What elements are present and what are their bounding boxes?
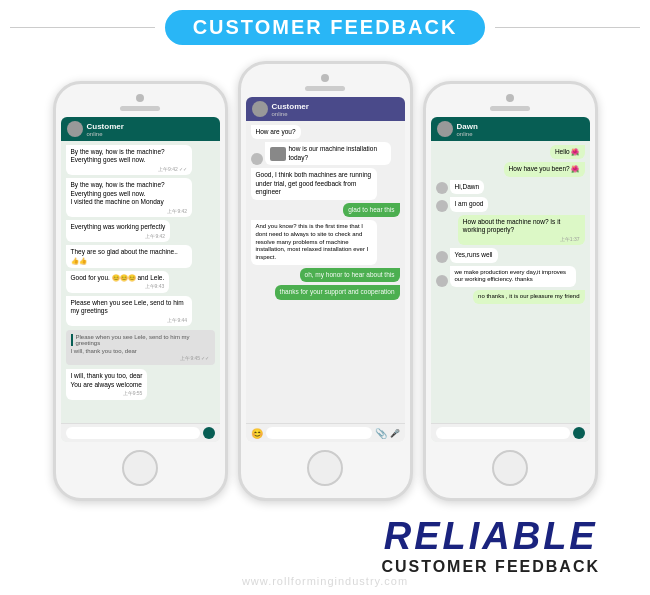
message-row: I am good [436,197,585,211]
phones-row: Customer online By the way, how is the m… [0,51,650,501]
phone-left-header: Customer online [61,117,220,141]
message-item: They are so glad about the machine.. 👍👍 [66,245,193,268]
phone-right-footer [431,423,590,442]
message-row: Hi,Dawn [436,180,585,194]
chat-status: online [457,131,478,137]
sender-avatar [251,153,263,165]
message-item: oh, my honor to hear about this [300,268,400,282]
message-item: By the way, how is the machine? Everythi… [66,178,193,217]
mic-button[interactable] [573,427,585,439]
message-item: Good for you. 😊😊😊 and Lele.上午9:43 [66,271,170,293]
phone-right-screen: Dawn online Hello 🌺 How have you been? 🌺… [431,117,590,442]
watermark: www.rollformingindustry.com [242,575,408,587]
phone-right: Dawn online Hello 🌺 How have you been? 🌺… [423,81,598,501]
sender-avatar [436,275,448,287]
message-item: no thanks , it is our pleasure my friend [473,290,584,304]
phone-left-footer [61,423,220,442]
mic-icon[interactable]: 🎤 [390,429,400,438]
phone-mid-camera [321,74,329,82]
phone-right-messages: Hello 🌺 How have you been? 🌺 Hi,Dawn I a… [431,141,590,423]
reliable-heading: RELIABLE [381,515,600,558]
message-item: Everything was working perfectly上午9:42 [66,220,171,242]
bottom-subtitle: CUSTOMER FEEDBACK [381,558,600,576]
message-item: how is our machine installation today? [265,142,392,165]
phone-left-home-button[interactable] [122,450,158,486]
phone-mid-home-button[interactable] [307,450,343,486]
msg-time: 上午9:42 [71,208,188,215]
phone-left-messages: By the way, how is the machine? Everythi… [61,141,220,423]
chat-avatar [437,121,453,137]
msg-time: 上午1:37 [463,236,580,243]
phone-left-screen: Customer online By the way, how is the m… [61,117,220,442]
msg-time: 上午9:55 [71,390,143,397]
message-item: Yes,runs well [450,248,498,262]
sender-avatar [436,251,448,263]
img-thumb [270,147,286,161]
chat-status: online [87,131,124,137]
bottom-text-block: RELIABLE CUSTOMER FEEDBACK [381,515,600,576]
quoted-message: Please when you see Lele, send to him my… [66,330,215,365]
phone-left: Customer online By the way, how is the m… [53,81,228,501]
phone-mid-messages: How are you? how is our machine installa… [246,121,405,423]
msg-time: 上午9:43 [71,283,165,290]
page-header: CUSTOMER FEEDBACK [0,0,650,51]
header-line-right [495,27,640,28]
header-badge: CUSTOMER FEEDBACK [165,10,486,45]
bottom-section: RELIABLE CUSTOMER FEEDBACK [0,501,650,576]
message-item: we make production every day,it improves… [450,266,577,288]
phone-mid-header: Customer online [246,97,405,121]
chat-input[interactable] [66,427,200,439]
message-item: And you know? this is the first time tha… [251,220,378,265]
chat-input[interactable] [436,427,570,439]
sender-avatar [436,200,448,212]
message-item: By the way, how is the machine? Everythi… [66,145,193,175]
message-row: we make production every day,it improves… [436,266,585,288]
message-item: How are you? [251,125,301,139]
chat-name: Customer [87,122,124,131]
message-item: glad to hear this [343,203,399,217]
chat-name: Customer [272,102,309,111]
msg-time: 上午9:42 ✓✓ [71,166,188,173]
message-item: Good, I think both machines are running … [251,168,378,199]
message-row: Yes,runs well [436,248,585,262]
chat-avatar [252,101,268,117]
message-item: I am good [450,197,489,211]
message-item: How have you been? 🌺 [504,162,585,176]
message-item: Hi,Dawn [450,180,485,194]
message-row: how is our machine installation today? [251,142,400,165]
sender-avatar [436,182,448,194]
phone-left-speaker [120,106,160,111]
message-item: Please when you see Lele, send to him my… [66,296,193,326]
phone-right-speaker [490,106,530,111]
phone-mid-speaker [305,86,345,91]
header-line-left [10,27,155,28]
mic-button[interactable] [203,427,215,439]
chat-input[interactable] [266,427,372,439]
chat-name: Dawn [457,122,478,131]
phone-mid: Customer online How are you? how is our … [238,61,413,501]
message-item: I will, thank you too, dearYou are alway… [66,369,148,399]
msg-time: 上午9:42 [71,233,166,240]
phone-left-camera [136,94,144,102]
msg-time: 上午9:44 [71,317,188,324]
phone-right-camera [506,94,514,102]
phone-right-header: Dawn online [431,117,590,141]
attach-icon[interactable]: 📎 [375,428,387,439]
chat-avatar [67,121,83,137]
message-item: How about the machine now? Is it working… [458,215,585,245]
phone-mid-screen: Customer online How are you? how is our … [246,97,405,442]
phone-right-home-button[interactable] [492,450,528,486]
message-item: thanks for your support and cooperation [275,285,400,299]
phone-mid-footer: 😊 📎 🎤 [246,423,405,442]
emoji-icon[interactable]: 😊 [251,428,263,439]
msg-time: 上午9:45 ✓✓ [71,355,210,361]
chat-status: online [272,111,309,117]
message-item: Hello 🌺 [550,145,585,159]
